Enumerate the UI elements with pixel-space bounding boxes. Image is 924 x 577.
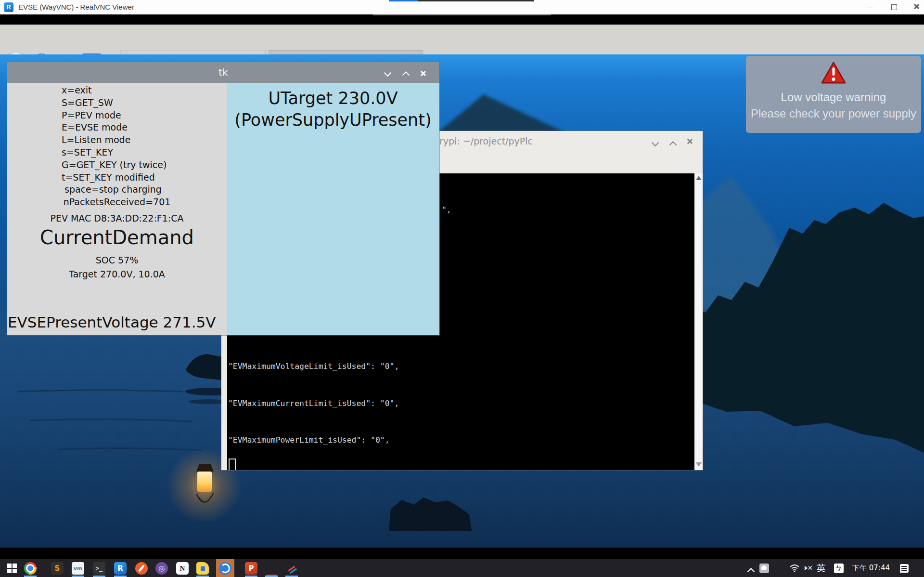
- maximize-button[interactable]: [885, 0, 904, 14]
- maximize-button[interactable]: [670, 138, 676, 147]
- target-label: Target 270.0V, 10.0A: [7, 269, 227, 279]
- vmware-icon[interactable]: vm: [72, 562, 84, 575]
- terminal-line: "EVMaximumPowerLimit_isUsed": "0",: [228, 434, 451, 446]
- tk-utarget-panel: UTarget 230.0V (PowerSupplyUPresent): [227, 83, 439, 335]
- letterbox-top: [0, 14, 924, 25]
- scroll-down-icon[interactable]: [696, 462, 702, 467]
- screen: R EVSE (WayVNC) - RealVNC Viewer —: [0, 0, 924, 577]
- terminal-output: "EVMaximumVoltageLimit_isUsed": "0", "EV…: [228, 336, 451, 470]
- volume-muted-icon[interactable]: 🕩✕: [802, 559, 814, 577]
- pi-taskbar: >_ >_ pi@raspberrypi: ~/pr.. tk: [0, 25, 924, 54]
- scroll-up-icon[interactable]: [696, 176, 702, 180]
- charging-state-label: CurrentDemand: [7, 226, 227, 249]
- snip-icon[interactable]: [285, 562, 298, 575]
- chrome-icon[interactable]: [24, 562, 37, 575]
- ime-mode-icon[interactable]: ㄅ: [833, 559, 845, 577]
- lantern-hood: [196, 464, 214, 472]
- letterbox-bottom: [0, 548, 924, 559]
- vnc-toolbar-tab[interactable]: [373, 14, 551, 15]
- utarget-caption: (PowerSupplyUPresent): [227, 109, 439, 131]
- tk-status-panel: x=exit S=GET_SW P=PEV mode E=EVSE mode L…: [7, 83, 227, 335]
- soc-label: SOC 57%: [7, 255, 227, 265]
- toast-message: Please check your power supply: [746, 107, 921, 120]
- purple-app-icon[interactable]: ◎: [155, 562, 168, 575]
- windows-taskbar: S vm >_ R ◎ N P 🕩✕ 英 ㄅ 下午 07:44: [0, 559, 924, 577]
- realvnc-app-icon: R: [4, 2, 13, 12]
- disk-app-icon[interactable]: [196, 562, 209, 575]
- terminal-icon[interactable]: >_: [93, 562, 105, 575]
- bubble-app-icon[interactable]: [758, 559, 770, 577]
- terminal-line: "EVMaximumVoltageLimit_isUsed": "0",: [228, 360, 451, 373]
- chevron-up-icon[interactable]: [745, 559, 757, 577]
- maximize-icon: [891, 4, 897, 10]
- active-sync-icon[interactable]: [219, 562, 231, 575]
- terminal-cursor: [229, 459, 236, 470]
- tk-titlebar[interactable]: tk: [7, 62, 439, 83]
- notification-icon[interactable]: [897, 559, 911, 577]
- shade-button[interactable]: [385, 68, 390, 78]
- low-voltage-toast[interactable]: Low voltage warning Please check your po…: [746, 56, 921, 133]
- wifi-icon[interactable]: [788, 559, 801, 577]
- sublime-icon[interactable]: S: [51, 562, 64, 575]
- shade-button[interactable]: [653, 138, 658, 147]
- powerpoint-icon[interactable]: P: [245, 562, 257, 575]
- tk-key-menu: x=exit S=GET_SW P=PEV mode E=EVSE mode L…: [62, 84, 167, 196]
- close-button[interactable]: [686, 137, 693, 146]
- maximize-button[interactable]: [403, 68, 409, 78]
- rock-silhouette: [389, 498, 472, 531]
- notion-icon[interactable]: N: [176, 562, 189, 575]
- evse-present-voltage-label: EVSEPresentVoltage 271.5V: [8, 314, 216, 331]
- terminal-line: "EVMaximumCurrentLimit_isUsed": "0",: [228, 397, 451, 410]
- realvnc-icon[interactable]: R: [114, 562, 127, 575]
- start-icon[interactable]: [6, 562, 18, 575]
- close-button[interactable]: [420, 69, 426, 79]
- terminal-scrollbar[interactable]: [694, 173, 703, 470]
- vnc-window-title: EVSE (WayVNC) - RealVNC Viewer: [18, 0, 134, 14]
- terminal-window-title: rypi: ~/project/pyPlc: [439, 136, 533, 146]
- dark-mountain: [433, 94, 573, 136]
- vnc-toolbar-accent-line: [389, 0, 418, 1]
- packets-received-label: nPacketsReceived=701: [7, 197, 227, 207]
- boat-silhouette: [186, 354, 226, 380]
- lantern-body: [197, 472, 212, 492]
- tk-body: x=exit S=GET_SW P=PEV mode E=EVSE mode L…: [7, 83, 439, 335]
- vnc-toolbar-line: [418, 0, 534, 1]
- toast-title: Low voltage warning: [746, 91, 921, 104]
- utarget-value: UTarget 230.0V: [227, 88, 439, 109]
- close-button[interactable]: [907, 0, 924, 14]
- close-icon: [913, 3, 920, 10]
- tk-window: tk x=exit S=GET_SW P=PEV mode E=EVSE mod…: [7, 62, 439, 335]
- pev-mac-label: PEV MAC D8:3A:DD:22:F1:CA: [7, 213, 227, 223]
- pen-app-icon[interactable]: [135, 562, 148, 575]
- utarget-label: UTarget 230.0V (PowerSupplyUPresent): [227, 88, 439, 131]
- warning-triangle-icon: [821, 61, 847, 85]
- terminal-partial-line: ",: [442, 205, 451, 214]
- tk-window-title: tk: [7, 62, 439, 83]
- vnc-titlebar: R EVSE (WayVNC) - RealVNC Viewer —: [0, 0, 924, 14]
- minimize-button[interactable]: —: [860, 0, 880, 14]
- windows-clock[interactable]: 下午 07:44: [848, 559, 894, 577]
- ime-language-indicator[interactable]: 英: [814, 559, 828, 577]
